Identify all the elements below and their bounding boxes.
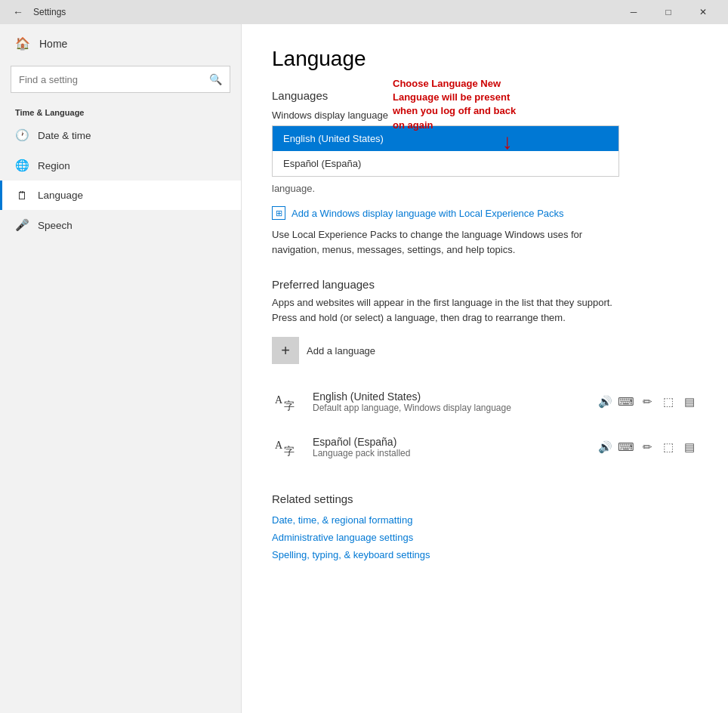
related-settings-title: Related settings: [272, 492, 698, 505]
lang-note: language.: [272, 183, 698, 194]
lang-option-spanish[interactable]: Español (España): [273, 151, 618, 176]
handwriting-icon-es[interactable]: ✏: [639, 440, 656, 454]
spanish-lang-info: Español (España) Language pack installed: [313, 436, 586, 458]
titlebar: ← Settings ─ □ ✕: [0, 0, 728, 24]
search-input[interactable]: [19, 74, 209, 85]
content-inner: Choose Language New Language will be pre…: [272, 47, 698, 560]
svg-text:字: 字: [284, 445, 295, 457]
add-display-language-link[interactable]: ⊞ Add a Windows display language with Lo…: [272, 206, 698, 220]
local-experience-packs-icon: ⊞: [272, 206, 285, 220]
language-icon: 🗒: [15, 189, 29, 202]
clock-icon: 🕐: [15, 128, 29, 142]
tts-icon[interactable]: ▤: [681, 395, 698, 409]
sidebar: 🏠 Home 🔍 Time & Language 🕐 Date & time 🌐…: [0, 24, 242, 713]
english-lang-info: English (United States) Default app lang…: [313, 390, 586, 413]
english-lang-subtitle: Default app language, Windows display la…: [313, 403, 586, 413]
preferred-languages-title: Preferred languages: [272, 278, 698, 291]
home-icon: 🏠: [15, 36, 30, 51]
svg-text:A: A: [275, 394, 283, 406]
search-box: 🔍: [11, 66, 230, 93]
spanish-lang-name: Español (España): [313, 436, 586, 448]
display-language-dropdown[interactable]: English (United States) Español (España): [272, 125, 619, 177]
sidebar-item-speech[interactable]: 🎤 Speech: [0, 210, 241, 240]
svg-text:字: 字: [284, 400, 295, 412]
spanish-lang-icon: A 字: [272, 432, 302, 462]
sidebar-item-label: Language: [38, 190, 83, 201]
content-area: Choose Language New Language will be pre…: [242, 24, 728, 713]
maximize-button[interactable]: □: [651, 0, 686, 24]
related-link-spelling[interactable]: Spelling, typing, & keyboard settings: [272, 549, 698, 560]
english-lang-name: English (United States): [313, 390, 586, 403]
back-button[interactable]: ←: [8, 2, 29, 23]
app-title: Settings: [29, 7, 616, 17]
related-link-date-time[interactable]: Date, time, & regional formatting: [272, 514, 698, 526]
globe-icon: 🌐: [15, 159, 29, 172]
keyboard-icon[interactable]: ⌨: [618, 395, 634, 409]
add-language-label: Add a language: [307, 345, 375, 356]
language-entry-spanish: A 字 Español (España) Language pack insta…: [272, 424, 698, 470]
plus-icon: +: [272, 337, 299, 364]
speech-icon-es[interactable]: 🔊: [597, 440, 613, 454]
sidebar-item-label: Region: [38, 160, 70, 171]
english-lang-actions: 🔊 ⌨ ✏ ⬚ ▤: [597, 395, 698, 409]
spanish-lang-subtitle: Language pack installed: [313, 448, 586, 458]
arrow-down-icon: ↓: [502, 130, 513, 154]
handwriting-icon[interactable]: ✏: [639, 395, 656, 409]
svg-text:A: A: [275, 440, 283, 451]
sidebar-item-label: Date & time: [38, 130, 91, 141]
sidebar-item-home[interactable]: 🏠 Home: [0, 24, 241, 63]
search-icon: 🔍: [209, 73, 222, 85]
add-language-button[interactable]: + Add a language: [272, 337, 698, 364]
add-lang-description: Use Local Experience Packs to change the…: [272, 227, 619, 257]
tts-icon-es[interactable]: ▤: [681, 440, 698, 454]
preferred-languages-description: Apps and websites will appear in the fir…: [272, 295, 619, 325]
close-button[interactable]: ✕: [686, 0, 720, 24]
page-title: Language: [272, 47, 698, 71]
spanish-lang-actions: 🔊 ⌨ ✏ ⬚ ▤: [597, 440, 698, 454]
add-lang-link-label: Add a Windows display language with Loca…: [292, 208, 564, 219]
sidebar-item-language[interactable]: 🗒 Language: [0, 181, 241, 210]
sidebar-section-title: Time & Language: [0, 102, 241, 120]
sidebar-item-label: Speech: [38, 220, 72, 231]
language-entry-english: A 字 English (United States) Default app …: [272, 379, 698, 424]
sidebar-item-date-time[interactable]: 🕐 Date & time: [0, 120, 241, 150]
ocr-icon[interactable]: ⬚: [660, 395, 677, 409]
callout-annotation: Choose Language New Language will be pre…: [393, 77, 529, 132]
sidebar-home-label: Home: [39, 38, 67, 50]
window-controls: ─ □ ✕: [616, 0, 720, 24]
main-layout: 🏠 Home 🔍 Time & Language 🕐 Date & time 🌐…: [0, 24, 728, 713]
microphone-icon: 🎤: [15, 218, 29, 232]
ocr-icon-es[interactable]: ⬚: [660, 440, 677, 454]
keyboard-icon-es[interactable]: ⌨: [618, 440, 634, 454]
speech-icon[interactable]: 🔊: [597, 395, 613, 409]
related-link-admin-language[interactable]: Administrative language settings: [272, 532, 698, 543]
english-lang-icon: A 字: [272, 387, 302, 417]
minimize-button[interactable]: ─: [616, 0, 651, 24]
sidebar-item-region[interactable]: 🌐 Region: [0, 150, 241, 181]
